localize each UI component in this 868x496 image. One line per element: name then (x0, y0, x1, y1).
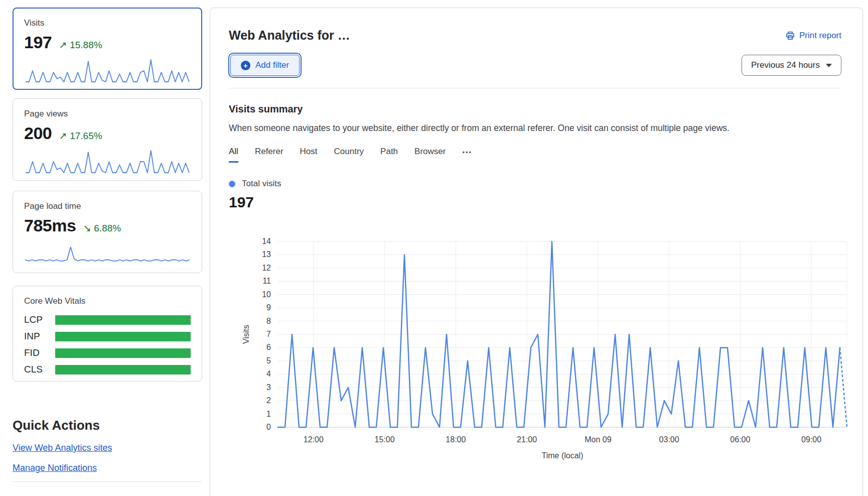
print-report-label: Print report (799, 31, 841, 41)
svg-text:21:00: 21:00 (517, 435, 537, 444)
svg-text:0: 0 (266, 423, 271, 431)
tab-country[interactable]: Country (334, 147, 364, 163)
cwv-bar-lcp-good (55, 315, 191, 325)
manage-notifications-link[interactable]: Manage Notifications (13, 463, 97, 473)
trend-down-icon: ↘ (83, 222, 91, 234)
visits-trend-value: 15.88% (70, 40, 102, 51)
legend-dot-icon (229, 181, 235, 187)
trend-up-icon: ↗ (59, 130, 67, 142)
sidebar-divider (13, 481, 202, 482)
svg-text:15:00: 15:00 (375, 435, 395, 444)
cwv-label-fid: FID (24, 347, 48, 358)
svg-text:9: 9 (266, 303, 271, 312)
cwv-row-fid: FID (24, 347, 191, 358)
metrics-sidebar: Visits 197 ↗ 15.88% Page views 200 ↗ 17.… (13, 8, 202, 482)
more-tabs-ellipsis-icon[interactable]: ••• (462, 149, 472, 161)
visits-card-label: Visits (24, 18, 191, 28)
main-panel: Web Analytics for … Print report + Add f… (210, 8, 863, 496)
visits-summary-description: When someone navigates to your website, … (229, 123, 841, 134)
page-load-time-sparkline (24, 240, 191, 267)
visits-summary-section: Visits summary When someone navigates to… (210, 88, 862, 467)
svg-text:1: 1 (266, 410, 271, 418)
print-report-button[interactable]: Print report (785, 31, 841, 41)
visits-line-chart: 0123456789101112131412:0015:0018:0021:00… (239, 214, 868, 465)
core-web-vitals-title: Core Web Vitals (24, 296, 191, 306)
add-filter-button[interactable]: + Add filter (230, 55, 300, 76)
trend-up-icon: ↗ (59, 39, 67, 51)
cwv-bar-cls-good (55, 365, 191, 375)
tab-referer[interactable]: Referer (255, 147, 283, 163)
printer-icon (785, 31, 795, 41)
cwv-row-inp: INP (24, 331, 191, 342)
svg-text:06:00: 06:00 (730, 435, 750, 444)
page-load-time-trend-value: 6.88% (94, 223, 121, 234)
page-title: Web Analytics for … (229, 28, 350, 43)
svg-text:13: 13 (262, 250, 271, 259)
cwv-row-lcp: LCP (24, 314, 191, 325)
tab-path[interactable]: Path (380, 147, 398, 163)
svg-text:12:00: 12:00 (304, 435, 324, 444)
svg-text:7: 7 (266, 330, 271, 338)
quick-actions-title: Quick Actions (13, 418, 202, 433)
cwv-bar-fid-good (55, 348, 191, 358)
add-filter-label: Add filter (255, 60, 289, 70)
svg-text:Time (local): Time (local) (542, 451, 584, 460)
legend-label: Total visits (242, 179, 281, 189)
page-views-trend-value: 17.65% (70, 131, 102, 142)
total-visits-value: 197 (229, 194, 841, 211)
page-views-trend: ↗ 17.65% (59, 130, 102, 142)
svg-text:12: 12 (262, 264, 271, 272)
visits-card-value: 197 (24, 33, 52, 52)
core-web-vitals-card: Core Web Vitals LCP INP FID CLS (13, 286, 202, 382)
cwv-label-lcp: LCP (24, 314, 48, 325)
page-load-time-card-value: 785ms (24, 216, 76, 235)
chart-legend: Total visits (229, 179, 841, 189)
svg-text:Visits: Visits (242, 325, 250, 344)
cwv-row-cls: CLS (24, 364, 191, 375)
visits-summary-title: Visits summary (229, 103, 841, 115)
svg-text:2: 2 (266, 396, 271, 405)
svg-text:4: 4 (266, 369, 271, 378)
page-load-time-metric-card[interactable]: Page load time 785ms ↘ 6.88% (13, 191, 202, 273)
svg-text:18:00: 18:00 (446, 435, 466, 444)
tab-browser[interactable]: Browser (414, 147, 446, 163)
svg-text:Mon 09: Mon 09 (585, 435, 611, 444)
tab-host[interactable]: Host (300, 147, 318, 163)
chevron-down-icon (826, 64, 832, 67)
plus-icon: + (241, 61, 250, 70)
svg-text:03:00: 03:00 (659, 435, 679, 444)
quick-actions-section: Quick Actions View Web Analytics sites M… (13, 418, 202, 482)
page-views-card-value: 200 (24, 123, 52, 143)
svg-text:3: 3 (266, 383, 271, 392)
time-range-label: Previous 24 hours (751, 60, 820, 70)
svg-text:09:00: 09:00 (801, 435, 821, 444)
page-views-card-label: Page views (24, 109, 191, 119)
visits-trend: ↗ 15.88% (59, 39, 102, 51)
svg-text:6: 6 (266, 343, 271, 351)
cwv-label-cls: CLS (24, 364, 48, 375)
svg-text:14: 14 (262, 237, 271, 245)
dimension-tabs: All Referer Host Country Path Browser ••… (229, 147, 841, 163)
svg-text:8: 8 (266, 317, 271, 325)
visits-sparkline (24, 57, 191, 83)
cwv-bar-inp-good (55, 332, 191, 341)
page-load-time-trend: ↘ 6.88% (83, 222, 121, 234)
cwv-label-inp: INP (24, 331, 48, 342)
svg-text:10: 10 (262, 290, 271, 299)
time-range-dropdown[interactable]: Previous 24 hours (742, 55, 841, 76)
page-views-metric-card[interactable]: Page views 200 ↗ 17.65% (13, 98, 202, 181)
svg-text:11: 11 (262, 277, 271, 285)
svg-text:5: 5 (266, 356, 271, 365)
page-views-sparkline (24, 148, 191, 174)
visits-metric-card[interactable]: Visits 197 ↗ 15.88% (13, 8, 202, 90)
page-load-time-card-label: Page load time (24, 201, 191, 211)
view-web-analytics-sites-link[interactable]: View Web Analytics sites (13, 443, 112, 453)
tab-all[interactable]: All (229, 147, 238, 163)
